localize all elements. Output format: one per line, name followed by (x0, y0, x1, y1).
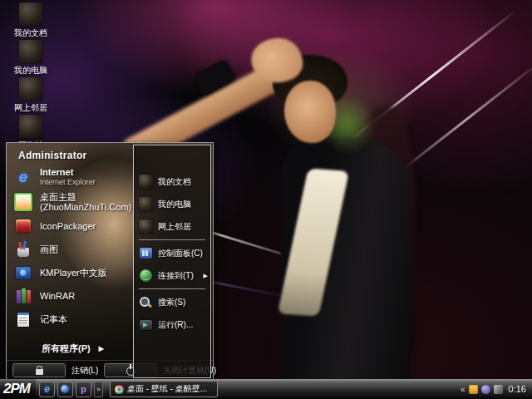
internet-explorer-icon: e (44, 385, 50, 393)
start-menu-item-my-documents[interactable]: 我的文档 (134, 170, 210, 193)
start-menu-item-kmplayer[interactable]: KMPlayer中文版 (9, 261, 135, 284)
quicklaunch-messenger[interactable] (57, 382, 73, 397)
internet-explorer-icon: e (14, 168, 32, 186)
start-menu-item-my-computer[interactable]: 我的电脑 (134, 193, 210, 215)
start-menu-places-panel: 我的文档 我的电脑 网上邻居 控制面板(C) 连接到(T) (133, 145, 211, 378)
start-menu-item-iconpackager[interactable]: IconPackager (9, 214, 135, 238)
taskbar: 2PM e p » 桌面 - 壁纸 - 桌酷壁... « 0:16 (0, 379, 532, 399)
taskbar-clock[interactable]: 0:16 (509, 384, 526, 394)
recycle-bin-photo-icon (19, 115, 42, 138)
start-button-2pm-logo: 2PM (3, 381, 30, 397)
start-menu-item-internet[interactable]: e Internet Internet Explorer (9, 165, 135, 190)
start-menu-item-search[interactable]: 搜索(S) (134, 291, 210, 313)
desktop-icon-label: 我的电脑 (5, 66, 57, 75)
search-icon (138, 295, 153, 310)
start-menu-item-winrar[interactable]: WinRAR (9, 284, 135, 308)
start-menu-item-connect-to[interactable]: 连接到(T) ▶ (134, 264, 210, 287)
iconpackager-icon (14, 217, 32, 235)
start-menu-item-run[interactable]: 运行(R)... (134, 313, 210, 336)
desktop-theme-icon (14, 193, 32, 211)
network-places-photo-icon (19, 77, 42, 101)
desktop: 我的文档 我的电脑 网上邻居 回收站 Administrator e Inter… (0, 0, 532, 399)
desktop-icon-my-documents[interactable]: 我的文档 (5, 2, 57, 37)
lock-icon (36, 369, 43, 375)
paint-icon (14, 240, 32, 259)
kmplayer-icon (14, 264, 32, 282)
my-computer-photo-icon (138, 197, 153, 212)
p-logo-icon: p (81, 385, 86, 393)
messenger-tray-icon[interactable] (481, 385, 490, 394)
log-off-button[interactable] (12, 363, 66, 377)
tray-collapse-chevron[interactable]: « (461, 385, 466, 394)
taskbar-window-title: 桌面 - 壁纸 - 桌酷壁... (127, 383, 207, 395)
winrar-icon (14, 287, 32, 305)
submenu-arrow-icon: ▶ (204, 273, 208, 279)
start-menu-user-name: Administrator (18, 150, 87, 161)
quicklaunch-internet-explorer[interactable]: e (39, 382, 55, 397)
taskbar-window-button[interactable]: 桌面 - 壁纸 - 桌酷壁... (110, 381, 218, 397)
desktop-icon-label: 网上邻居 (5, 103, 57, 112)
start-menu-item-notepad[interactable]: 记事本 (9, 308, 135, 331)
run-icon (138, 318, 153, 332)
network-places-photo-icon (138, 219, 153, 234)
quicklaunch-player[interactable]: p (76, 382, 91, 397)
all-programs-button[interactable]: 所有程序(P) ▶ (7, 339, 133, 358)
start-menu: Administrator e Internet Internet Explor… (6, 142, 214, 381)
notepad-icon (14, 310, 32, 328)
input-method-tray-icon[interactable] (469, 385, 478, 394)
submenu-arrow-icon: ▶ (99, 345, 104, 352)
my-documents-photo-icon (138, 175, 153, 190)
control-panel-icon (138, 246, 153, 261)
start-button[interactable]: 2PM (0, 379, 36, 399)
quick-launch-bar: e p » (39, 382, 103, 397)
system-tray: « 0:16 (461, 384, 532, 394)
my-computer-photo-icon (19, 40, 42, 63)
start-menu-item-sublabel: Internet Explorer (40, 177, 96, 187)
connect-to-icon (138, 268, 153, 283)
start-menu-item-desktop-theme[interactable]: 桌面主题(ZhuoMianZhuTi.Com) (9, 190, 135, 214)
wallpaper-man-head (284, 81, 336, 143)
log-off-label: 注销(L) (71, 365, 98, 377)
desktop-icon-network-places[interactable]: 网上邻居 (5, 77, 57, 112)
my-documents-photo-icon (19, 2, 42, 26)
quicklaunch-overflow-chevron[interactable]: » (94, 382, 103, 397)
desktop-icon-my-computer[interactable]: 我的电脑 (5, 40, 57, 75)
volume-tray-icon[interactable] (494, 385, 503, 394)
start-menu-item-paint[interactable]: 画图 (9, 238, 135, 261)
blue-sphere-icon (61, 385, 69, 393)
menu-separator (139, 288, 205, 289)
start-menu-item-control-panel[interactable]: 控制面板(C) (134, 242, 210, 264)
chrome-browser-icon (115, 385, 124, 394)
desktop-icon-label: 我的文档 (5, 28, 57, 37)
start-menu-program-list: e Internet Internet Explorer 桌面主题(ZhuoMi… (9, 165, 135, 331)
start-menu-item-network-places[interactable]: 网上邻居 (134, 215, 210, 238)
menu-separator (139, 239, 205, 240)
